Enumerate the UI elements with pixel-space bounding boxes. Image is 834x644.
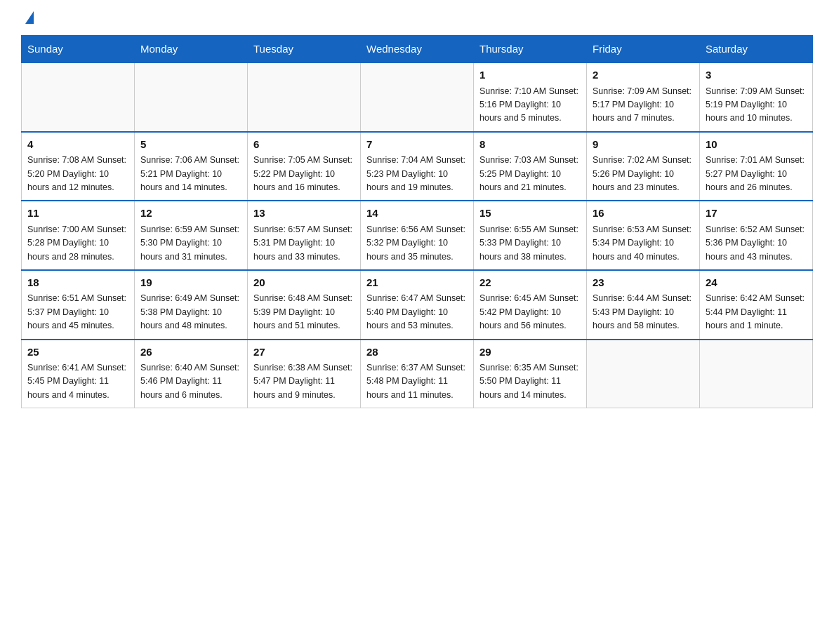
- calendar-cell: 16Sunrise: 6:53 AM Sunset: 5:34 PM Dayli…: [587, 201, 700, 270]
- day-number: 3: [706, 67, 807, 83]
- day-info: Sunrise: 6:55 AM Sunset: 5:33 PM Dayligh…: [479, 223, 581, 264]
- calendar-cell: 5Sunrise: 7:06 AM Sunset: 5:21 PM Daylig…: [135, 132, 248, 201]
- day-number: 26: [140, 344, 241, 361]
- day-info: Sunrise: 6:52 AM Sunset: 5:36 PM Dayligh…: [706, 223, 807, 264]
- calendar-cell: 23Sunrise: 6:44 AM Sunset: 5:43 PM Dayli…: [587, 270, 700, 340]
- day-info: Sunrise: 7:09 AM Sunset: 5:17 PM Dayligh…: [593, 85, 694, 126]
- day-info: Sunrise: 7:02 AM Sunset: 5:26 PM Dayligh…: [593, 154, 694, 194]
- day-info: Sunrise: 6:41 AM Sunset: 5:45 PM Dayligh…: [27, 361, 128, 402]
- day-number: 18: [27, 275, 128, 291]
- day-number: 12: [140, 206, 241, 222]
- page-header: [21, 14, 813, 24]
- calendar-cell: 7Sunrise: 7:04 AM Sunset: 5:23 PM Daylig…: [361, 132, 474, 201]
- day-info: Sunrise: 6:38 AM Sunset: 5:47 PM Dayligh…: [253, 361, 355, 402]
- week-row-1: 1Sunrise: 7:10 AM Sunset: 5:16 PM Daylig…: [22, 62, 813, 132]
- calendar-cell: 8Sunrise: 7:03 AM Sunset: 5:25 PM Daylig…: [474, 132, 587, 201]
- day-info: Sunrise: 7:06 AM Sunset: 5:21 PM Dayligh…: [140, 154, 241, 194]
- day-info: Sunrise: 6:45 AM Sunset: 5:42 PM Dayligh…: [479, 292, 581, 333]
- weekday-header-tuesday: Tuesday: [248, 36, 361, 63]
- day-info: Sunrise: 7:03 AM Sunset: 5:25 PM Dayligh…: [479, 154, 581, 194]
- day-info: Sunrise: 7:04 AM Sunset: 5:23 PM Dayligh…: [366, 154, 468, 194]
- calendar-cell: 2Sunrise: 7:09 AM Sunset: 5:17 PM Daylig…: [587, 62, 700, 132]
- calendar-cell: 21Sunrise: 6:47 AM Sunset: 5:40 PM Dayli…: [361, 270, 474, 340]
- calendar-cell: 4Sunrise: 7:08 AM Sunset: 5:20 PM Daylig…: [22, 132, 135, 201]
- calendar-cell: [587, 340, 700, 408]
- day-number: 28: [366, 344, 468, 361]
- day-number: 24: [706, 275, 807, 291]
- weekday-header-wednesday: Wednesday: [361, 36, 474, 63]
- calendar-cell: 22Sunrise: 6:45 AM Sunset: 5:42 PM Dayli…: [474, 270, 587, 340]
- day-info: Sunrise: 6:57 AM Sunset: 5:31 PM Dayligh…: [253, 223, 355, 264]
- day-number: 17: [706, 206, 807, 222]
- day-info: Sunrise: 7:08 AM Sunset: 5:20 PM Dayligh…: [27, 154, 128, 194]
- calendar-table: SundayMondayTuesdayWednesdayThursdayFrid…: [21, 35, 813, 408]
- day-number: 8: [479, 137, 581, 153]
- day-number: 19: [140, 275, 241, 291]
- calendar-cell: [135, 62, 248, 132]
- day-number: 27: [253, 344, 355, 361]
- day-info: Sunrise: 6:44 AM Sunset: 5:43 PM Dayligh…: [593, 292, 694, 333]
- day-info: Sunrise: 6:40 AM Sunset: 5:46 PM Dayligh…: [140, 361, 241, 402]
- day-info: Sunrise: 6:42 AM Sunset: 5:44 PM Dayligh…: [706, 292, 807, 333]
- day-info: Sunrise: 7:10 AM Sunset: 5:16 PM Dayligh…: [479, 85, 581, 126]
- calendar-cell: 9Sunrise: 7:02 AM Sunset: 5:26 PM Daylig…: [587, 132, 700, 201]
- calendar-cell: 24Sunrise: 6:42 AM Sunset: 5:44 PM Dayli…: [700, 270, 813, 340]
- logo: [21, 14, 34, 24]
- calendar-cell: 17Sunrise: 6:52 AM Sunset: 5:36 PM Dayli…: [700, 201, 813, 270]
- day-info: Sunrise: 7:00 AM Sunset: 5:28 PM Dayligh…: [27, 223, 128, 264]
- calendar-cell: [700, 340, 813, 408]
- day-number: 10: [706, 137, 807, 153]
- calendar-cell: 19Sunrise: 6:49 AM Sunset: 5:38 PM Dayli…: [135, 270, 248, 340]
- day-number: 11: [27, 206, 128, 222]
- weekday-header-friday: Friday: [587, 36, 700, 63]
- week-row-5: 25Sunrise: 6:41 AM Sunset: 5:45 PM Dayli…: [22, 340, 813, 408]
- calendar-header: SundayMondayTuesdayWednesdayThursdayFrid…: [22, 36, 813, 63]
- calendar-cell: 12Sunrise: 6:59 AM Sunset: 5:30 PM Dayli…: [135, 201, 248, 270]
- day-number: 9: [593, 137, 694, 153]
- calendar-body: 1Sunrise: 7:10 AM Sunset: 5:16 PM Daylig…: [22, 62, 813, 408]
- day-number: 21: [366, 275, 468, 291]
- calendar-cell: 25Sunrise: 6:41 AM Sunset: 5:45 PM Dayli…: [22, 340, 135, 408]
- day-info: Sunrise: 6:48 AM Sunset: 5:39 PM Dayligh…: [253, 292, 355, 333]
- calendar-cell: 18Sunrise: 6:51 AM Sunset: 5:37 PM Dayli…: [22, 270, 135, 340]
- weekday-header-thursday: Thursday: [474, 36, 587, 63]
- week-row-4: 18Sunrise: 6:51 AM Sunset: 5:37 PM Dayli…: [22, 270, 813, 340]
- day-number: 5: [140, 137, 241, 153]
- calendar-cell: 6Sunrise: 7:05 AM Sunset: 5:22 PM Daylig…: [248, 132, 361, 201]
- day-number: 20: [253, 275, 355, 291]
- day-info: Sunrise: 6:49 AM Sunset: 5:38 PM Dayligh…: [140, 292, 241, 333]
- weekday-header-monday: Monday: [135, 36, 248, 63]
- day-number: 25: [27, 344, 128, 361]
- day-number: 2: [593, 67, 694, 83]
- calendar-cell: 3Sunrise: 7:09 AM Sunset: 5:19 PM Daylig…: [700, 62, 813, 132]
- calendar-cell: 13Sunrise: 6:57 AM Sunset: 5:31 PM Dayli…: [248, 201, 361, 270]
- week-row-3: 11Sunrise: 7:00 AM Sunset: 5:28 PM Dayli…: [22, 201, 813, 270]
- day-number: 6: [253, 137, 355, 153]
- day-info: Sunrise: 6:56 AM Sunset: 5:32 PM Dayligh…: [366, 223, 468, 264]
- day-number: 22: [479, 275, 581, 291]
- calendar-cell: 29Sunrise: 6:35 AM Sunset: 5:50 PM Dayli…: [474, 340, 587, 408]
- calendar-cell: 26Sunrise: 6:40 AM Sunset: 5:46 PM Dayli…: [135, 340, 248, 408]
- calendar-cell: 20Sunrise: 6:48 AM Sunset: 5:39 PM Dayli…: [248, 270, 361, 340]
- calendar-cell: [22, 62, 135, 132]
- calendar-cell: 10Sunrise: 7:01 AM Sunset: 5:27 PM Dayli…: [700, 132, 813, 201]
- calendar-cell: [248, 62, 361, 132]
- weekday-header-saturday: Saturday: [700, 36, 813, 63]
- calendar-cell: 27Sunrise: 6:38 AM Sunset: 5:47 PM Dayli…: [248, 340, 361, 408]
- day-number: 1: [479, 67, 581, 83]
- day-number: 14: [366, 206, 468, 222]
- day-info: Sunrise: 6:35 AM Sunset: 5:50 PM Dayligh…: [479, 361, 581, 402]
- calendar-cell: 15Sunrise: 6:55 AM Sunset: 5:33 PM Dayli…: [474, 201, 587, 270]
- day-number: 4: [27, 137, 128, 153]
- calendar-cell: 11Sunrise: 7:00 AM Sunset: 5:28 PM Dayli…: [22, 201, 135, 270]
- day-number: 15: [479, 206, 581, 222]
- calendar-cell: 1Sunrise: 7:10 AM Sunset: 5:16 PM Daylig…: [474, 62, 587, 132]
- day-info: Sunrise: 6:47 AM Sunset: 5:40 PM Dayligh…: [366, 292, 468, 333]
- day-info: Sunrise: 6:51 AM Sunset: 5:37 PM Dayligh…: [27, 292, 128, 333]
- day-number: 23: [593, 275, 694, 291]
- day-info: Sunrise: 6:37 AM Sunset: 5:48 PM Dayligh…: [366, 361, 468, 402]
- day-info: Sunrise: 7:05 AM Sunset: 5:22 PM Dayligh…: [253, 154, 355, 194]
- day-info: Sunrise: 7:01 AM Sunset: 5:27 PM Dayligh…: [706, 154, 807, 194]
- week-row-2: 4Sunrise: 7:08 AM Sunset: 5:20 PM Daylig…: [22, 132, 813, 201]
- day-number: 16: [593, 206, 694, 222]
